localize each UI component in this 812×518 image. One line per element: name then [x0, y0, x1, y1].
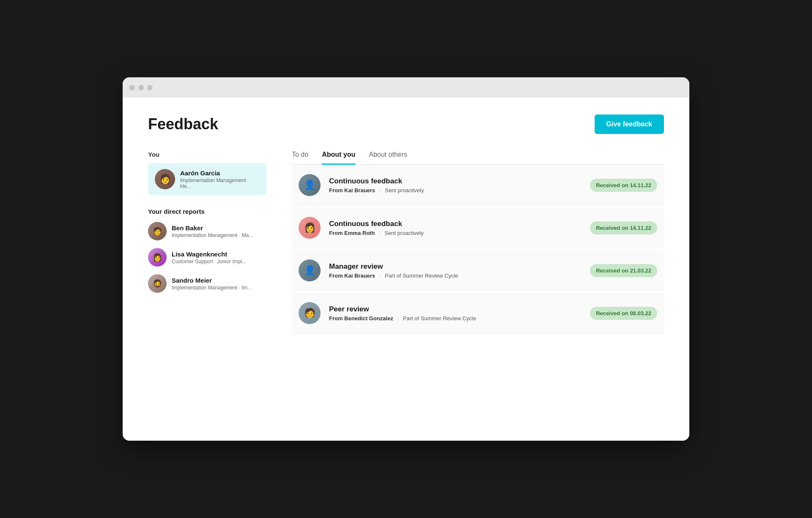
feedback-type-3: Manager review — [329, 262, 583, 271]
report-lisa-sub: Customer Support · Junior Impl... — [172, 259, 246, 264]
feedback-meta-3: From Kai Brauers · Part of Summer Review… — [329, 273, 583, 279]
received-badge-1: Received on 14.11.22 — [590, 179, 657, 192]
received-badge-4: Received on 08.03.22 — [590, 307, 657, 320]
avatar-sandro: 🧔 — [148, 274, 167, 293]
feedback-item-3[interactable]: 👤 Manager review From Kai Brauers · Part… — [292, 250, 664, 291]
page-title: Feedback — [148, 115, 218, 133]
report-sandro-info: Sandro Meier Implementation Management ·… — [172, 277, 252, 291]
traffic-light-yellow — [138, 85, 144, 90]
give-feedback-button[interactable]: Give feedback — [595, 115, 664, 134]
feedback-from-label-3: From Kai Brauers — [329, 273, 375, 279]
feedback-main-3: Manager review From Kai Brauers · Part o… — [329, 262, 583, 279]
feedback-from-label-2: From Emma Roth — [329, 230, 375, 236]
report-ben-sub: Implementation Management · Ma... — [172, 232, 253, 238]
report-lisa-name: Lisa Wagenknecht — [172, 251, 246, 258]
feedback-main-4: Peer review From Benedict Gonzalez · Par… — [329, 305, 583, 322]
feedback-from-label-1: From Kai Brauers — [329, 187, 375, 194]
feedback-item-4[interactable]: 🧑 Peer review From Benedict Gonzalez · P… — [292, 293, 664, 334]
report-ben-info: Ben Baker Implementation Management · Ma… — [172, 224, 253, 238]
feedback-sent-type-2: Sent proactively — [384, 230, 424, 236]
direct-reports-label: Your direct reports — [148, 208, 266, 215]
feedback-item-1[interactable]: 👤 Continuous feedback From Kai Brauers ·… — [292, 165, 664, 206]
feedback-sent-type-1: Sent proactively — [385, 187, 424, 194]
traffic-light-green — [147, 85, 153, 90]
main-layout: You 🧑 Aarón Garcia Implementation Manage… — [148, 151, 664, 334]
browser-window: Feedback Give feedback You 🧑 Aarón Garci… — [123, 77, 689, 441]
selected-user-card[interactable]: 🧑 Aarón Garcia Implementation Management… — [148, 163, 266, 195]
report-item-lisa[interactable]: 👩 Lisa Wagenknecht Customer Support · Ju… — [148, 248, 266, 267]
feedback-meta-4: From Benedict Gonzalez · Part of Summer … — [329, 315, 583, 322]
feedback-meta-2: From Emma Roth · Sent proactively — [329, 230, 583, 236]
feedback-type-4: Peer review — [329, 305, 583, 314]
feedback-main-2: Continuous feedback From Emma Roth · Sen… — [329, 220, 583, 236]
received-badge-3: Received on 21.03.22 — [590, 264, 657, 277]
report-ben-name: Ben Baker — [172, 224, 253, 232]
tabs: To do About you About others — [292, 151, 664, 165]
traffic-light-red — [129, 85, 135, 90]
avatar-feedback-kai-1: 👤 — [299, 174, 321, 196]
feedback-item-2[interactable]: 👩 Continuous feedback From Emma Roth · S… — [292, 207, 664, 248]
feedback-type-2: Continuous feedback — [329, 220, 583, 228]
feedback-meta-1: From Kai Brauers · Sent proactively — [329, 187, 583, 194]
separator-1: · — [379, 187, 381, 194]
page-header: Feedback Give feedback — [148, 115, 664, 134]
report-sandro-sub: Implementation Management · Im... — [172, 285, 252, 291]
report-item-sandro[interactable]: 🧔 Sandro Meier Implementation Management… — [148, 274, 266, 293]
selected-user-info: Aarón Garcia Implementation Management ·… — [180, 169, 260, 189]
feedback-type-1: Continuous feedback — [329, 177, 583, 185]
separator-3: · — [379, 273, 381, 279]
report-lisa-info: Lisa Wagenknecht Customer Support · Juni… — [172, 251, 246, 264]
avatar-aaron: 🧑 — [155, 169, 175, 189]
browser-content: Feedback Give feedback You 🧑 Aarón Garci… — [123, 98, 689, 441]
feedback-list: 👤 Continuous feedback From Kai Brauers ·… — [292, 165, 664, 334]
avatar-lisa: 👩 — [148, 248, 167, 267]
you-label: You — [148, 151, 266, 158]
report-sandro-name: Sandro Meier — [172, 277, 252, 284]
feedback-sent-type-4: Part of Summer Review Cycle — [403, 315, 476, 322]
tab-about-you[interactable]: About you — [322, 151, 355, 165]
avatar-feedback-emma: 👩 — [299, 217, 321, 239]
avatar-ben: 🧑 — [148, 222, 167, 240]
browser-titlebar — [123, 77, 689, 98]
feedback-from-label-4: From Benedict Gonzalez — [329, 315, 393, 322]
feedback-sent-type-3: Part of Summer Review Cycle — [385, 273, 458, 279]
content-area: To do About you About others 👤 Continuou… — [292, 151, 664, 334]
sidebar: You 🧑 Aarón Garcia Implementation Manage… — [148, 151, 266, 334]
report-item-ben[interactable]: 🧑 Ben Baker Implementation Management · … — [148, 222, 266, 240]
selected-user-name: Aarón Garcia — [180, 169, 260, 177]
tab-todo[interactable]: To do — [292, 151, 308, 165]
avatar-feedback-kai-2: 👤 — [299, 259, 321, 281]
feedback-main-1: Continuous feedback From Kai Brauers · S… — [329, 177, 583, 194]
avatar-feedback-benedict: 🧑 — [299, 302, 321, 324]
separator-4: · — [397, 315, 399, 322]
selected-user-sub: Implementation Management · He... — [180, 177, 260, 189]
received-badge-2: Received on 14.11.22 — [590, 221, 657, 234]
separator-2: · — [379, 230, 381, 236]
tab-about-others[interactable]: About others — [369, 151, 407, 165]
